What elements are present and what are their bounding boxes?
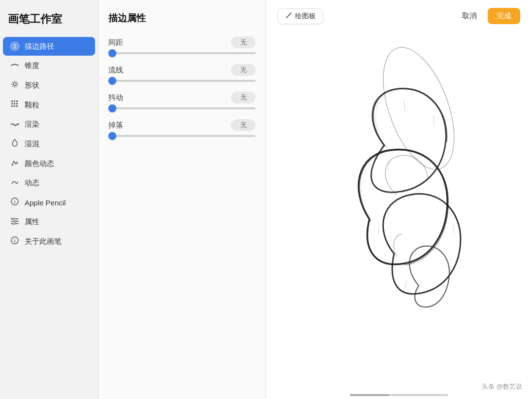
streamline-slider-thumb[interactable] — [108, 77, 116, 85]
cancel-button[interactable]: 取消 — [457, 8, 482, 24]
properties-icon — [10, 218, 20, 227]
drawing-toolbar: 绘图板 取消 完成 — [266, 8, 532, 24]
svg-point-25 — [15, 220, 17, 222]
sidebar-item-taper[interactable]: 锥度 — [3, 57, 95, 75]
drawing-board-icon — [285, 12, 292, 20]
sidebar-item-label: 关于此画笔 — [25, 237, 62, 246]
app-container: 画笔工作室 2 描边路径 锥度 形状 — [0, 0, 532, 399]
sidebar-item-label: 湿混 — [25, 139, 39, 149]
sidebar-item-color-dynamics[interactable]: 颜色动态 — [3, 154, 95, 173]
sidebar-item-label: Apple Pencil — [25, 199, 66, 207]
watermark: 头条 @数艺设 — [482, 382, 522, 391]
property-spacing: 间距 无 — [108, 36, 256, 54]
shape-icon — [10, 80, 20, 90]
sidebar-item-label: 颗粒 — [25, 100, 39, 110]
svg-point-18 — [12, 165, 13, 166]
streamline-label: 流线 — [108, 66, 123, 75]
svg-line-7 — [17, 82, 18, 83]
property-falloff: 掉落 无 — [108, 119, 256, 137]
render-icon — [10, 120, 20, 129]
falloff-slider-thumb[interactable] — [108, 132, 116, 140]
sidebar-item-properties[interactable]: 属性 — [3, 213, 95, 231]
svg-line-8 — [12, 86, 13, 87]
sidebar-item-grain[interactable]: 颗粒 — [3, 96, 95, 114]
jitter-slider[interactable] — [108, 107, 256, 109]
sidebar-item-shape[interactable]: 形状 — [3, 76, 95, 95]
grain-icon — [10, 100, 20, 110]
svg-rect-12 — [11, 103, 13, 104]
property-jitter: 抖动 无 — [108, 92, 256, 109]
sidebar-item-dynamics[interactable]: 动态 — [3, 174, 95, 192]
sidebar-item-about[interactable]: i 关于此画笔 — [3, 232, 95, 251]
apple-pencil-icon: i — [10, 198, 20, 207]
svg-point-0 — [13, 83, 16, 86]
streamline-slider[interactable] — [108, 80, 256, 82]
sidebar-item-wet-mix[interactable]: 湿混 — [3, 134, 95, 153]
svg-rect-9 — [11, 100, 13, 102]
sidebar-badge: 2 — [10, 41, 20, 51]
falloff-value: 无 — [231, 119, 256, 131]
sidebar-item-label: 锥度 — [25, 61, 39, 70]
sidebar-item-apple-pencil[interactable]: i Apple Pencil — [3, 193, 95, 212]
sketch-canvas — [266, 0, 532, 399]
spacing-slider[interactable] — [108, 52, 256, 54]
sidebar: 画笔工作室 2 描边路径 锥度 形状 — [0, 0, 99, 399]
canvas-area[interactable] — [266, 0, 532, 399]
sidebar-item-stroke-path[interactable]: 2 描边路径 — [3, 37, 95, 56]
done-button[interactable]: 完成 — [488, 8, 520, 24]
svg-rect-11 — [16, 100, 18, 102]
sidebar-item-label: 渲染 — [25, 120, 39, 129]
taper-icon — [10, 62, 20, 70]
falloff-slider[interactable] — [108, 135, 256, 137]
jitter-label: 抖动 — [108, 93, 123, 102]
drawing-area: 绘图板 取消 完成 — [266, 0, 532, 399]
svg-rect-16 — [14, 105, 15, 107]
svg-text:i: i — [14, 238, 16, 243]
panel-title: 描边属性 — [108, 12, 256, 25]
jitter-value: 无 — [231, 92, 256, 103]
sidebar-item-label: 动态 — [25, 178, 39, 188]
jitter-slider-thumb[interactable] — [108, 104, 116, 112]
wet-mix-icon — [10, 139, 20, 149]
falloff-label: 掉落 — [108, 121, 123, 130]
spacing-slider-thumb[interactable] — [108, 49, 116, 57]
streamline-value: 无 — [231, 64, 256, 76]
about-icon: i — [10, 236, 20, 246]
svg-text:i: i — [14, 200, 16, 204]
spacing-label: 间距 — [108, 38, 123, 47]
svg-rect-10 — [14, 100, 15, 102]
svg-rect-15 — [11, 105, 13, 107]
drawing-board-label: 绘图板 — [295, 12, 316, 21]
svg-line-5 — [12, 82, 13, 83]
color-dynamics-icon — [10, 159, 20, 168]
sidebar-item-render[interactable]: 渲染 — [3, 115, 95, 133]
svg-point-30 — [369, 38, 468, 178]
sidebar-title: 画笔工作室 — [0, 0, 98, 36]
sidebar-item-label: 形状 — [25, 81, 39, 90]
svg-line-6 — [17, 86, 18, 87]
toolbar-actions: 取消 完成 — [457, 8, 520, 24]
property-streamline: 流线 无 — [108, 64, 256, 82]
scrollbar-thumb — [350, 394, 389, 396]
svg-rect-14 — [16, 103, 18, 104]
svg-rect-13 — [14, 103, 15, 104]
svg-point-24 — [12, 218, 14, 220]
sidebar-item-label: 描边路径 — [25, 42, 54, 51]
dynamics-icon — [10, 179, 20, 188]
svg-point-26 — [13, 223, 15, 225]
drawing-board-button[interactable]: 绘图板 — [278, 8, 323, 24]
middle-panel: 描边属性 间距 无 流线 无 抖动 无 — [99, 0, 266, 399]
spacing-value: 无 — [231, 36, 256, 48]
sidebar-item-label: 属性 — [25, 217, 39, 227]
sidebar-item-label: 颜色动态 — [25, 159, 54, 168]
svg-rect-17 — [16, 105, 18, 107]
drawing-scrollbar[interactable] — [350, 394, 448, 396]
